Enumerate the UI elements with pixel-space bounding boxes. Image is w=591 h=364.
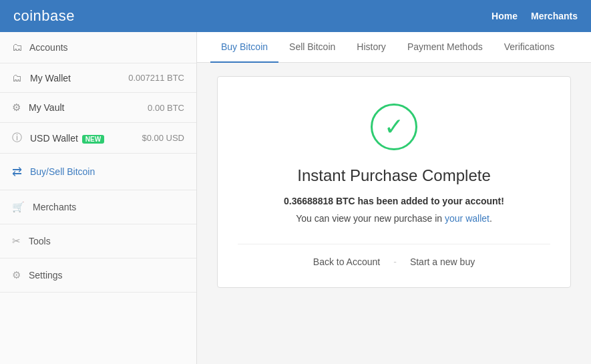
nav-home-link[interactable]: Home (491, 11, 518, 21)
buy-sell-label: Buy/Sell Bitcoin (30, 166, 95, 177)
card-title: Instant Purchase Complete (297, 166, 491, 185)
tab-verifications[interactable]: Verifications (494, 32, 565, 63)
settings-icon (12, 269, 21, 281)
back-to-account-link[interactable]: Back to Account (313, 256, 380, 267)
tab-sell-bitcoin[interactable]: Sell Bitcoin (278, 32, 346, 63)
exchange-icon (12, 164, 22, 179)
main-layout: Accounts My Wallet 0.007211 BTC My Vault… (0, 32, 591, 364)
sidebar-item-tools[interactable]: Tools (0, 224, 196, 258)
wallet-icon (12, 72, 22, 83)
tab-payment-methods[interactable]: Payment Methods (397, 32, 494, 63)
vault-icon (12, 102, 21, 114)
sidebar-item-usd-wallet[interactable]: USD WalletNEW $0.00 USD (0, 123, 196, 154)
card-body-text: You can view your new purchase in your w… (296, 213, 492, 224)
tab-buy-bitcoin[interactable]: Buy Bitcoin (210, 32, 278, 63)
my-wallet-value: 0.007211 BTC (128, 73, 184, 83)
card-actions: Back to Account - Start a new buy (238, 244, 550, 267)
action-separator: - (393, 256, 397, 267)
card-subtitle: 0.36688818 BTC has been added to your ac… (284, 196, 504, 206)
merchants-icon (12, 201, 25, 213)
sidebar: Accounts My Wallet 0.007211 BTC My Vault… (0, 32, 197, 364)
nav-merchants-link[interactable]: Merchants (531, 11, 578, 21)
usd-wallet-value: $0.00 USD (142, 133, 184, 143)
folder-icon (12, 41, 23, 53)
tab-history[interactable]: History (346, 32, 397, 63)
new-badge: NEW (82, 135, 104, 144)
my-vault-label: My Vault (29, 102, 140, 113)
sidebar-item-merchants[interactable]: Merchants (0, 190, 196, 224)
my-wallet-label: My Wallet (30, 73, 120, 83)
start-new-buy-link[interactable]: Start a new buy (410, 256, 475, 267)
sidebar-item-settings[interactable]: Settings (0, 258, 196, 293)
nav-links: Home Merchants (491, 11, 578, 21)
sidebar-item-buy-sell[interactable]: Buy/Sell Bitcoin (0, 154, 196, 190)
logo: coinbase (13, 7, 491, 25)
sidebar-item-my-vault[interactable]: My Vault 0.00 BTC (0, 93, 196, 123)
tools-icon (12, 235, 21, 247)
tools-label: Tools (29, 236, 51, 246)
main-content: Buy Bitcoin Sell Bitcoin History Payment… (197, 32, 591, 364)
top-navigation: coinbase Home Merchants (0, 0, 591, 32)
settings-label: Settings (29, 270, 63, 281)
your-wallet-link[interactable]: your wallet (445, 213, 489, 224)
sidebar-item-my-wallet[interactable]: My Wallet 0.007211 BTC (0, 63, 196, 93)
accounts-label: Accounts (29, 42, 68, 53)
purchase-complete-card: ✓ Instant Purchase Complete 0.36688818 B… (217, 76, 571, 288)
success-icon-circle: ✓ (371, 104, 417, 150)
card-text-prefix: You can view your new purchase in (296, 213, 445, 224)
tabs-bar: Buy Bitcoin Sell Bitcoin History Payment… (197, 32, 591, 63)
checkmark-icon: ✓ (384, 115, 404, 139)
content-area: ✓ Instant Purchase Complete 0.36688818 B… (197, 63, 591, 364)
my-vault-value: 0.00 BTC (148, 103, 184, 113)
usd-wallet-label: USD WalletNEW (30, 133, 134, 144)
card-text-suffix: . (489, 213, 492, 224)
usd-icon (12, 132, 22, 144)
sidebar-accounts-header: Accounts (0, 32, 196, 63)
merchants-label: Merchants (33, 202, 76, 212)
